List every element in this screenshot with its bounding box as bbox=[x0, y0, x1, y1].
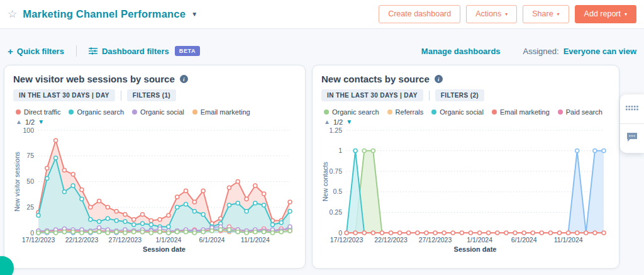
web-sessions-chart[interactable]: 025507510017/12/202322/12/202327/12/2023… bbox=[13, 126, 296, 255]
legend-label: Email marketing bbox=[201, 108, 250, 116]
svg-text:0: 0 bbox=[338, 229, 342, 237]
date-range-chip[interactable]: IN THE LAST 30 DAYS | DAY bbox=[321, 89, 423, 101]
legend-item[interactable]: Email marketing bbox=[192, 108, 250, 116]
top-bar: ☆ Marketing Channel Performance ▼ Create… bbox=[0, 0, 644, 29]
svg-text:6/1/2024: 6/1/2024 bbox=[511, 236, 537, 244]
create-dashboard-label: Create dashboard bbox=[388, 9, 451, 19]
svg-text:25: 25 bbox=[26, 203, 34, 211]
legend-label: Email marketing bbox=[500, 108, 550, 116]
quick-filters-label: Quick filters bbox=[17, 47, 64, 56]
divider bbox=[121, 91, 121, 101]
legend-dot-icon bbox=[431, 109, 436, 115]
svg-text:27/12/2023: 27/12/2023 bbox=[419, 236, 452, 244]
svg-text:Session date: Session date bbox=[143, 245, 186, 253]
legend-page-down-icon[interactable]: ▼ bbox=[38, 119, 44, 125]
legend-item[interactable]: Organic search bbox=[69, 108, 124, 116]
comments-button[interactable] bbox=[620, 123, 644, 153]
svg-text:1: 1 bbox=[338, 147, 342, 154]
caret-down-icon: ▾ bbox=[557, 11, 560, 18]
divider bbox=[76, 45, 77, 57]
svg-text:New visitor sessions: New visitor sessions bbox=[13, 152, 21, 211]
date-range-chip[interactable]: IN THE LAST 30 DAYS | DAY bbox=[13, 89, 115, 101]
filter-bar: + Quick filters Dashboard filters BETA M… bbox=[0, 43, 644, 59]
svg-text:0.25: 0.25 bbox=[330, 208, 343, 216]
right-tools-panel bbox=[620, 94, 644, 153]
svg-text:17/12/2023: 17/12/2023 bbox=[22, 236, 55, 244]
report-card-new-contacts: New contacts by source i IN THE LAST 30 … bbox=[312, 65, 619, 269]
legend-label: Organic search bbox=[332, 108, 379, 116]
legend-dot-icon bbox=[558, 109, 563, 115]
legend-dot-icon bbox=[324, 109, 329, 115]
svg-text:75: 75 bbox=[26, 152, 34, 159]
quick-filters-button[interactable]: + Quick filters bbox=[8, 46, 64, 57]
info-icon[interactable]: i bbox=[180, 75, 188, 83]
legend-item[interactable]: Direct traffic bbox=[16, 108, 60, 116]
legend-item[interactable]: Organic social bbox=[431, 108, 484, 116]
svg-text:27/12/2023: 27/12/2023 bbox=[109, 236, 142, 244]
svg-text:0: 0 bbox=[30, 229, 34, 237]
legend-label: Referrals bbox=[396, 108, 424, 116]
legend-item[interactable]: Organic search bbox=[324, 108, 379, 116]
legend-label: Organic search bbox=[77, 108, 124, 116]
info-icon[interactable]: i bbox=[435, 75, 443, 83]
legend-page-indicator: 1/2 bbox=[333, 118, 343, 126]
legend-page-up-icon[interactable]: ▲ bbox=[16, 119, 22, 125]
sliders-filter-icon bbox=[89, 47, 97, 55]
svg-text:11/1/2024: 11/1/2024 bbox=[554, 236, 583, 244]
svg-text:100: 100 bbox=[23, 126, 34, 134]
beta-badge: BETA bbox=[175, 46, 200, 56]
chart-legend: Direct trafficOrganic searchOrganic soci… bbox=[13, 108, 296, 116]
svg-text:17/12/2023: 17/12/2023 bbox=[330, 236, 364, 244]
new-contacts-chart[interactable]: 00.250.50.7511.2517/12/202322/12/202327/… bbox=[321, 126, 610, 255]
svg-text:22/12/2023: 22/12/2023 bbox=[65, 236, 99, 244]
svg-text:1/1/2024: 1/1/2024 bbox=[155, 236, 181, 244]
report-chips: IN THE LAST 30 DAYS | DAY FILTERS (2) bbox=[321, 89, 610, 101]
svg-text:50: 50 bbox=[26, 177, 34, 185]
share-button[interactable]: Share ▾ bbox=[523, 5, 569, 23]
create-dashboard-button[interactable]: Create dashboard bbox=[379, 5, 460, 23]
legend-item[interactable]: Referrals bbox=[387, 108, 424, 116]
assigned-label: Assigned: bbox=[523, 47, 559, 56]
svg-text:1.25: 1.25 bbox=[330, 126, 343, 134]
grid-dots-icon bbox=[626, 103, 638, 115]
legend-dot-icon bbox=[69, 109, 74, 115]
page-title: Marketing Channel Performance bbox=[23, 8, 186, 20]
legend-page-up-icon[interactable]: ▲ bbox=[324, 119, 330, 125]
dashboard-title-dropdown[interactable]: Marketing Channel Performance ▼ bbox=[23, 8, 197, 20]
legend-dot-icon bbox=[387, 109, 392, 115]
legend-pager: ▲ 1/2 ▼ bbox=[13, 118, 296, 126]
filters-chip[interactable]: FILTERS (2) bbox=[435, 89, 484, 101]
legend-item[interactable]: Organic social bbox=[132, 108, 184, 116]
svg-text:0.5: 0.5 bbox=[333, 188, 342, 195]
actions-label: Actions bbox=[475, 9, 501, 19]
filters-chip[interactable]: FILTERS (1) bbox=[127, 89, 176, 101]
add-report-button[interactable]: Add report ▾ bbox=[575, 5, 636, 23]
add-report-label: Add report bbox=[584, 9, 621, 19]
legend-item[interactable]: Paid search bbox=[558, 108, 602, 116]
divider bbox=[429, 91, 430, 101]
filter-bar-right: Manage dashboards Assigned: Everyone can… bbox=[421, 47, 636, 56]
dashboard-filters-button[interactable]: Dashboard filters bbox=[89, 47, 169, 56]
topbar-actions: Create dashboard Actions ▾ Share ▾ Add r… bbox=[379, 5, 636, 23]
actions-button[interactable]: Actions ▾ bbox=[466, 5, 517, 23]
svg-text:6/1/2024: 6/1/2024 bbox=[199, 236, 225, 244]
favorite-star-icon[interactable]: ☆ bbox=[8, 9, 17, 20]
legend-page-down-icon[interactable]: ▼ bbox=[346, 119, 352, 125]
legend-dot-icon bbox=[192, 109, 197, 115]
grid-dots-button[interactable] bbox=[620, 94, 644, 123]
svg-text:0.75: 0.75 bbox=[330, 167, 343, 175]
legend-item[interactable]: Email marketing bbox=[492, 108, 550, 116]
legend-pager: ▲ 1/2 ▼ bbox=[321, 118, 610, 126]
plus-icon: + bbox=[8, 46, 13, 57]
comment-bubble-icon bbox=[626, 132, 638, 145]
chevron-down-icon: ▼ bbox=[191, 11, 197, 18]
svg-text:11/1/2024: 11/1/2024 bbox=[241, 236, 270, 244]
report-title: New contacts by source bbox=[321, 74, 430, 84]
legend-page-indicator: 1/2 bbox=[25, 118, 35, 126]
svg-text:1/1/2024: 1/1/2024 bbox=[467, 236, 492, 244]
manage-dashboards-link[interactable]: Manage dashboards bbox=[421, 47, 501, 56]
assigned-value-link[interactable]: Everyone can view bbox=[564, 47, 636, 56]
legend-dot-icon bbox=[132, 109, 137, 115]
chart-legend: Organic searchReferralsOrganic socialEma… bbox=[321, 108, 610, 116]
dashboard-filters-label: Dashboard filters bbox=[102, 47, 169, 56]
